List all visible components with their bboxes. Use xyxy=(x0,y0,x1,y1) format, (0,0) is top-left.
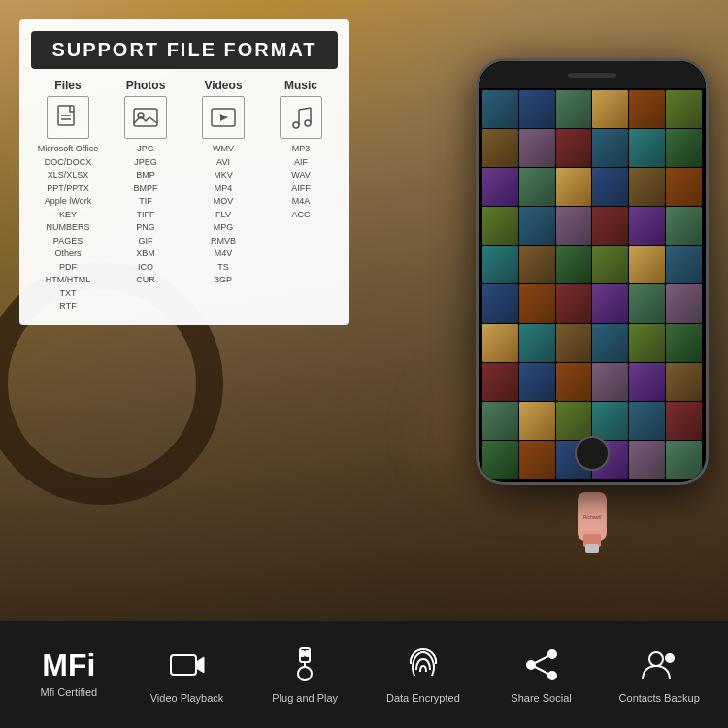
feature-video: Video Playback xyxy=(128,644,247,705)
files-title: Files xyxy=(54,79,81,92)
fingerprint-icon xyxy=(402,644,445,686)
svg-point-25 xyxy=(527,661,535,669)
contacts-icon xyxy=(638,644,680,686)
svg-point-8 xyxy=(305,120,311,126)
photos-icon xyxy=(124,96,167,139)
svg-line-27 xyxy=(535,656,548,663)
video-label: Video Playback xyxy=(150,692,224,705)
feature-contacts: Contacts Backup xyxy=(600,644,718,705)
feature-encrypt: Data Encrypted xyxy=(364,644,482,705)
mfi-text: MFi xyxy=(42,649,95,680)
phone: Richwell xyxy=(476,58,709,524)
usb-drive-area: Richwell xyxy=(476,487,709,555)
format-col-music: Music MP3AIFWAVAIFFM4AACC xyxy=(264,79,338,314)
support-title: SUPPORT FILE FORMAT xyxy=(31,31,338,69)
photos-items: JPGJPEGBMPBMPFTIFTIFFPNGGIFXBMICOCUR xyxy=(133,143,157,287)
social-label: Share Social xyxy=(511,692,571,705)
bottom-bar: MFi Mfi Certified Video Playback xyxy=(0,621,728,728)
feature-mfi: MFi Mfi Certified xyxy=(10,649,128,699)
svg-rect-3 xyxy=(134,109,157,126)
phone-speaker xyxy=(568,73,616,78)
music-icon xyxy=(280,96,322,139)
svg-text:Richwell: Richwell xyxy=(583,514,603,520)
svg-line-28 xyxy=(535,667,548,674)
svg-point-29 xyxy=(649,652,663,666)
svg-marker-6 xyxy=(220,114,228,121)
files-icon xyxy=(47,96,89,139)
encrypt-label: Data Encrypted xyxy=(386,692,460,705)
phone-top-bar xyxy=(479,61,706,88)
music-title: Music xyxy=(284,79,317,92)
mfi-label: Mfi Certified xyxy=(40,686,97,699)
files-items: Microsoft OfficeDOC/DOCXXLS/XLSXPPT/PPTX… xyxy=(38,143,98,314)
svg-line-11 xyxy=(299,108,311,110)
svg-point-26 xyxy=(548,672,556,679)
phone-screen xyxy=(479,61,706,482)
format-grid: Files Microsoft OfficeDOC/DOCXXLS/XLSXPP… xyxy=(31,79,338,314)
contacts-label: Contacts Backup xyxy=(619,692,700,705)
phone-home-button xyxy=(575,436,610,471)
plug-label: Plug and Play xyxy=(272,692,338,705)
svg-point-24 xyxy=(548,650,556,658)
camera-icon xyxy=(166,644,209,686)
format-col-photos: Photos JPGJPEGBMPBMPFTIFTIFFPNGGIFXBMICO… xyxy=(109,79,182,314)
videos-title: Videos xyxy=(204,79,242,92)
svg-rect-23 xyxy=(306,651,309,656)
usb-drive-svg: Richwell xyxy=(558,487,626,555)
svg-rect-14 xyxy=(585,544,599,553)
main-container: SUPPORT FILE FORMAT Files Microsoft Offi… xyxy=(0,0,728,728)
share-icon xyxy=(520,644,563,686)
usb-icon xyxy=(283,644,326,686)
music-items: MP3AIFWAVAIFFM4AACC xyxy=(291,143,311,221)
svg-marker-18 xyxy=(196,657,204,673)
format-col-files: Files Microsoft OfficeDOC/DOCXXLS/XLSXPP… xyxy=(31,79,105,314)
videos-icon xyxy=(202,96,245,139)
svg-rect-22 xyxy=(301,651,304,656)
svg-point-7 xyxy=(293,122,299,128)
svg-rect-17 xyxy=(171,655,196,675)
info-box: SUPPORT FILE FORMAT Files Microsoft Offi… xyxy=(19,19,349,325)
feature-plug: Plug and Play xyxy=(246,644,364,705)
phone-frame xyxy=(476,58,709,485)
photos-title: Photos xyxy=(126,79,166,92)
svg-point-20 xyxy=(298,667,312,680)
feature-social: Share Social xyxy=(482,644,601,705)
videos-items: WMVAVIMKVMP4MOVFLVMPGRMVBM4VTS3GP xyxy=(211,143,236,287)
format-col-videos: Videos WMVAVIMKVMP4MOVFLVMPGRMVBM4VTS3GP xyxy=(186,79,260,314)
